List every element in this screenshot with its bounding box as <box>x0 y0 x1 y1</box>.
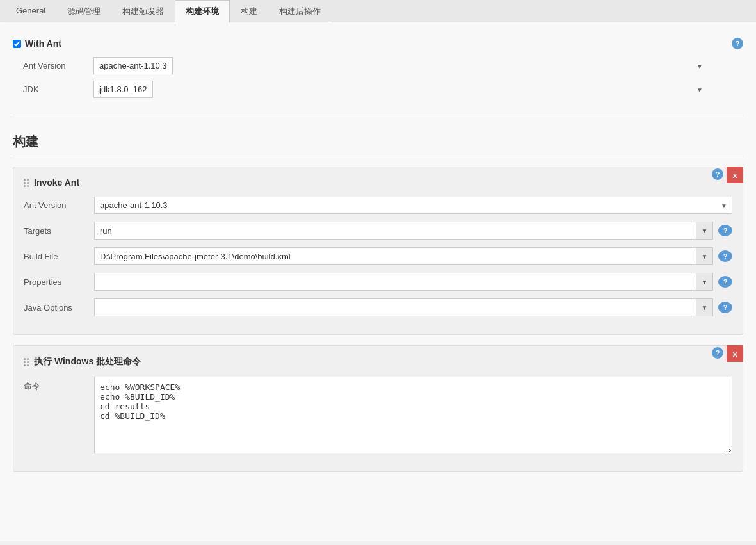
invoke-ant-version-label: Ant Version <box>24 200 94 210</box>
invoke-ant-version-select[interactable]: apache-ant-1.10.3 <box>94 197 732 214</box>
tab-env[interactable]: 构建环境 <box>175 0 230 22</box>
tabs-bar: General 源码管理 构建触发器 构建环境 构建 构建后操作 <box>0 0 756 22</box>
invoke-ant-version-row: Ant Version apache-ant-1.10.3 <box>24 197 732 214</box>
jdk-label: JDK <box>23 85 93 94</box>
invoke-ant-card: x ? Invoke Ant Ant Version apache-ant-1.… <box>13 167 743 335</box>
windows-cmd-card-header: 执行 Windows 批处理命令 <box>24 356 732 368</box>
cmd-textarea[interactable]: echo %WORKSPACE% echo %BUILD_ID% cd resu… <box>94 377 732 453</box>
java-options-help-icon[interactable]: ? <box>718 302 732 313</box>
ant-version-label: Ant Version <box>23 61 93 70</box>
java-options-label: Java Options <box>24 303 94 313</box>
with-ant-left: With Ant <box>13 38 61 49</box>
properties-row: Properties ▼ ? <box>24 273 732 291</box>
invoke-ant-title: Invoke Ant <box>34 177 79 188</box>
with-ant-label: With Ant <box>25 38 61 49</box>
java-options-input-wrapper: ▼ <box>94 298 713 316</box>
cmd-label: 命令 <box>24 377 94 392</box>
invoke-ant-close-button[interactable]: x <box>727 167 743 183</box>
properties-label: Properties <box>24 277 94 287</box>
targets-dropdown-btn[interactable]: ▼ <box>696 222 713 240</box>
properties-input-wrapper: ▼ <box>94 273 713 291</box>
main-content: With Ant ? Ant Version apache-ant-1.10.3… <box>0 22 756 541</box>
build-section-title: 构建 <box>13 128 743 156</box>
with-ant-header: With Ant ? <box>13 38 743 49</box>
targets-input[interactable] <box>94 222 696 240</box>
targets-row: Targets ▼ ? <box>24 222 732 240</box>
tab-build[interactable]: 构建 <box>230 0 268 22</box>
tab-post[interactable]: 构建后操作 <box>268 0 332 22</box>
ant-version-select-wrapper: apache-ant-1.10.3 <box>93 57 708 74</box>
with-ant-section: With Ant ? Ant Version apache-ant-1.10.3… <box>13 33 743 115</box>
properties-dropdown-btn[interactable]: ▼ <box>696 273 713 291</box>
java-options-row: Java Options ▼ ? <box>24 298 732 316</box>
java-options-dropdown-btn[interactable]: ▼ <box>696 298 713 316</box>
with-ant-checkbox-label[interactable]: With Ant <box>13 38 61 49</box>
tab-trigger[interactable]: 构建触发器 <box>111 0 175 22</box>
with-ant-help-icon[interactable]: ? <box>732 38 743 49</box>
properties-input[interactable] <box>94 273 696 291</box>
jdk-select-wrapper: jdk1.8.0_162 <box>93 81 708 98</box>
tab-source[interactable]: 源码管理 <box>56 0 111 22</box>
build-file-help-icon[interactable]: ? <box>718 250 732 262</box>
build-file-input[interactable] <box>94 247 696 265</box>
windows-cmd-card: x ? 执行 Windows 批处理命令 命令 echo %WORKSPACE%… <box>13 345 743 472</box>
tab-general[interactable]: General <box>5 0 56 22</box>
build-file-row: Build File ▼ ? <box>24 247 732 265</box>
with-ant-checkbox[interactable] <box>13 40 21 48</box>
invoke-ant-card-header: Invoke Ant <box>24 177 732 188</box>
windows-cmd-title: 执行 Windows 批处理命令 <box>34 356 141 368</box>
invoke-ant-help-icon[interactable]: ? <box>712 168 723 180</box>
cmd-row: 命令 echo %WORKSPACE% echo %BUILD_ID% cd r… <box>24 377 732 453</box>
windows-cmd-help-icon[interactable]: ? <box>712 347 723 359</box>
jdk-row: JDK jdk1.8.0_162 <box>13 81 743 98</box>
java-options-input[interactable] <box>94 298 696 316</box>
jdk-select[interactable]: jdk1.8.0_162 <box>93 81 153 98</box>
invoke-ant-version-select-wrapper: apache-ant-1.10.3 <box>94 197 732 214</box>
build-file-dropdown-btn[interactable]: ▼ <box>696 247 713 265</box>
invoke-ant-drag-handle[interactable] <box>24 179 29 187</box>
targets-input-wrapper: ▼ <box>94 222 713 240</box>
build-file-input-wrapper: ▼ <box>94 247 713 265</box>
windows-cmd-close-button[interactable]: x <box>727 345 743 362</box>
windows-cmd-drag-handle[interactable] <box>24 358 29 366</box>
targets-help-icon[interactable]: ? <box>718 225 732 236</box>
targets-label: Targets <box>24 226 94 236</box>
ant-version-select[interactable]: apache-ant-1.10.3 <box>93 57 173 74</box>
ant-version-row: Ant Version apache-ant-1.10.3 <box>13 57 743 74</box>
build-file-label: Build File <box>24 252 94 261</box>
properties-help-icon[interactable]: ? <box>718 276 732 288</box>
